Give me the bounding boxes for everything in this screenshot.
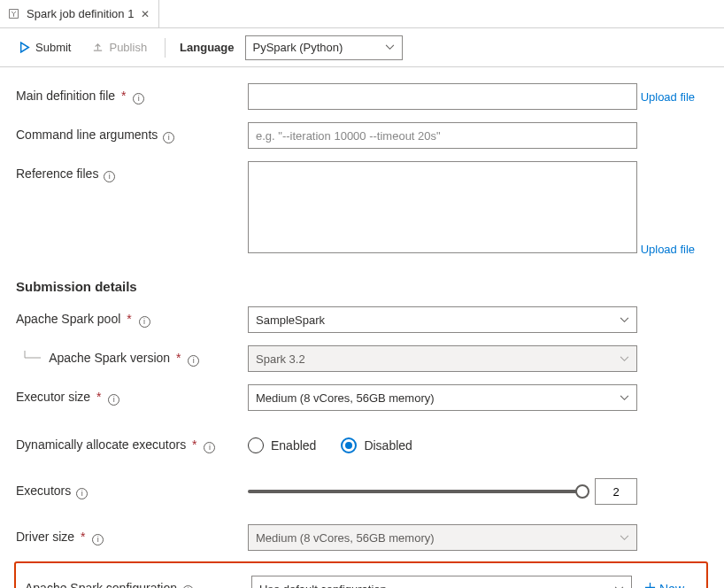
submit-button[interactable]: Submit xyxy=(11,37,80,58)
required-marker: * xyxy=(96,390,101,404)
radio-dot xyxy=(248,437,264,453)
driver-size-value: Medium (8 vCores, 56GB memory) xyxy=(256,531,435,545)
reference-files-textarea[interactable] xyxy=(248,161,637,253)
row-spark-pool: Apache Spark pool * i SampleSpark xyxy=(16,306,708,333)
language-label: Language xyxy=(180,41,234,54)
form-body: Main definition file * i Upload file Com… xyxy=(0,67,724,588)
new-label: New xyxy=(659,582,684,588)
chevron-down-icon xyxy=(620,535,629,541)
row-executor-size: Executor size * i Medium (8 vCores, 56GB… xyxy=(16,384,708,411)
required-marker: * xyxy=(121,89,126,103)
radio-enabled-label: Enabled xyxy=(271,438,316,453)
label-spark-configuration: Apache Spark configuration i xyxy=(25,576,251,588)
required-marker: * xyxy=(192,437,196,452)
chevron-down-icon xyxy=(620,356,629,362)
row-reference-files: Reference files i Upload file xyxy=(16,161,708,256)
row-spark-version: Apache Spark version * i Spark 3.2 xyxy=(16,345,708,372)
tab-spark-job-definition[interactable]: Spark job definition 1 ✕ xyxy=(0,0,159,27)
label-spark-version: Apache Spark version * i xyxy=(16,345,248,368)
toolbar-separator xyxy=(165,38,166,58)
label-reference-files: Reference files i xyxy=(16,161,248,182)
label-main-definition-file: Main definition file * i xyxy=(16,83,248,104)
row-main-definition-file: Main definition file * i Upload file xyxy=(16,83,708,110)
chevron-down-icon xyxy=(620,317,629,323)
upload-file-link[interactable]: Upload file xyxy=(641,90,695,104)
info-icon[interactable]: i xyxy=(92,534,104,545)
upload-icon xyxy=(92,42,104,53)
play-icon xyxy=(19,42,30,53)
info-icon[interactable]: i xyxy=(76,488,88,499)
executors-input[interactable] xyxy=(595,478,637,505)
label-dynamic-executors: Dynamically allocate executors * i xyxy=(16,432,248,453)
chevron-down-icon xyxy=(385,44,395,50)
executor-size-select[interactable]: Medium (8 vCores, 56GB memory) xyxy=(248,384,637,411)
row-cli-arguments: Command line arguments i xyxy=(16,122,708,149)
new-configuration-button[interactable]: New xyxy=(643,578,686,588)
dynamic-executors-radio-group: Enabled Disabled xyxy=(248,432,708,459)
spark-configuration-select[interactable]: Use default configuration xyxy=(251,576,632,588)
info-icon[interactable]: i xyxy=(139,316,150,328)
publish-button[interactable]: Publish xyxy=(83,37,156,58)
row-driver-size: Driver size * i Medium (8 vCores, 56GB m… xyxy=(16,524,708,551)
slider-handle[interactable] xyxy=(575,484,589,499)
row-spark-configuration: Apache Spark configuration i Use default… xyxy=(25,576,697,588)
driver-size-select: Medium (8 vCores, 56GB memory) xyxy=(248,524,637,551)
executor-size-value: Medium (8 vCores, 56GB memory) xyxy=(256,391,435,405)
main-definition-file-input[interactable] xyxy=(248,83,637,110)
close-icon[interactable]: ✕ xyxy=(141,9,150,19)
label-executor-size: Executor size * i xyxy=(16,384,248,406)
required-marker: * xyxy=(176,351,181,365)
spark-pool-value: SampleSpark xyxy=(256,313,325,327)
label-executors: Executors i xyxy=(16,478,248,499)
cli-arguments-input[interactable] xyxy=(248,122,637,149)
executors-slider[interactable] xyxy=(248,490,582,493)
spark-pool-select[interactable]: SampleSpark xyxy=(248,306,637,333)
spark-version-select: Spark 3.2 xyxy=(248,345,637,372)
section-submission-details: Submission details xyxy=(16,279,708,294)
radio-disabled-label: Disabled xyxy=(364,438,412,453)
upload-file-link[interactable]: Upload file xyxy=(641,243,695,256)
info-icon[interactable]: i xyxy=(104,171,115,182)
info-icon[interactable]: i xyxy=(133,93,144,104)
required-marker: * xyxy=(81,530,85,544)
required-marker: * xyxy=(127,312,131,326)
publish-label: Publish xyxy=(109,41,147,54)
spark-version-value: Spark 3.2 xyxy=(256,352,305,366)
label-driver-size: Driver size * i xyxy=(16,524,248,545)
radio-enabled[interactable]: Enabled xyxy=(248,437,316,453)
tab-bar: Spark job definition 1 ✕ xyxy=(0,0,724,28)
chevron-down-icon xyxy=(620,395,629,401)
label-cli-arguments: Command line arguments i xyxy=(16,122,248,143)
submit-label: Submit xyxy=(35,41,71,54)
row-dynamic-executors: Dynamically allocate executors * i Enabl… xyxy=(16,432,708,459)
spark-configuration-value: Use default configuration xyxy=(259,583,387,589)
label-spark-pool: Apache Spark pool * i xyxy=(16,306,248,328)
language-value: PySpark (Python) xyxy=(253,41,343,54)
radio-disabled[interactable]: Disabled xyxy=(341,437,412,453)
row-executors: Executors i xyxy=(16,478,708,505)
toolbar: Submit Publish Language PySpark (Python) xyxy=(0,28,724,67)
info-icon[interactable]: i xyxy=(108,394,119,406)
apache-spark-configuration-highlight: Apache Spark configuration i Use default… xyxy=(14,561,708,588)
info-icon[interactable]: i xyxy=(204,442,215,453)
document-icon xyxy=(7,8,19,20)
tab-title: Spark job definition 1 xyxy=(27,7,134,20)
info-icon[interactable]: i xyxy=(163,132,174,143)
language-select[interactable]: PySpark (Python) xyxy=(245,35,403,60)
info-icon[interactable]: i xyxy=(188,355,199,367)
radio-dot xyxy=(341,437,357,453)
plus-icon xyxy=(644,582,656,588)
tree-branch-icon xyxy=(16,351,46,368)
